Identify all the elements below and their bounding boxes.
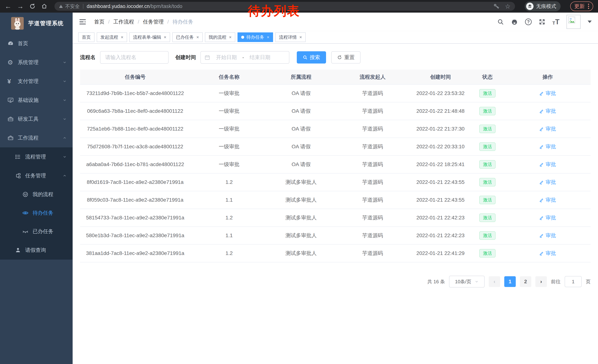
bookmark-star-icon[interactable]: ☆ — [505, 3, 511, 10]
process-name-input[interactable] — [100, 51, 169, 64]
close-icon[interactable]: × — [164, 35, 166, 40]
chevron-down-icon — [63, 117, 67, 121]
address-bar[interactable]: 不安全 dashboard.yudao.iocoder.cn /bpm/task… — [54, 2, 515, 11]
sidebar-item-system[interactable]: ⚙ 系统管理 — [0, 53, 73, 72]
approve-link[interactable]: 审批 — [539, 125, 556, 132]
app-title: 芋道管理系统 — [28, 20, 64, 27]
browser-update-button[interactable]: 更新 — [570, 1, 593, 11]
task-id-cell: 73211d9d-7b9b-11ec-b5b7-acde48001122 — [80, 84, 190, 102]
breadcrumb-separator: / — [138, 19, 139, 25]
table-header-row: 任务编号 任务名称 所属流程 流程发起人 创建时间 状态 操作 — [80, 70, 590, 84]
table-row: 58154733-7ac8-11ec-a9e2-a2380e71991a 1.2… — [80, 209, 590, 226]
page-size-select[interactable]: 10条/页 — [449, 276, 485, 288]
approve-link[interactable]: 审批 — [539, 143, 556, 150]
sidebar-item-workflow[interactable]: 工作流程 — [0, 129, 73, 147]
approve-link[interactable]: 审批 — [539, 232, 556, 239]
initiator-cell: 芋道源码 — [334, 226, 411, 244]
start-date-input[interactable] — [212, 54, 241, 60]
initiator-cell: 芋道源码 — [334, 102, 411, 120]
browser-menu-icon[interactable] — [588, 4, 589, 9]
approve-link[interactable]: 审批 — [539, 90, 556, 97]
created-cell: 2022-01-21 22:42:23 — [411, 226, 470, 244]
breadcrumb-home[interactable]: 首页 — [94, 18, 105, 25]
page-button-1[interactable]: 1 — [504, 276, 516, 287]
status-badge: 激活 — [479, 178, 496, 186]
approve-link[interactable]: 审批 — [539, 161, 556, 168]
browser-reload-icon[interactable] — [29, 3, 36, 9]
task-name-cell: 一级审批 — [190, 102, 268, 120]
search-icon[interactable] — [497, 18, 504, 25]
edit-pencil-icon — [539, 109, 544, 113]
breadcrumb-workflow[interactable]: 工作流程 — [113, 18, 134, 25]
avatar-dropdown-caret-icon[interactable] — [588, 21, 592, 23]
sidebar-item-home[interactable]: 首页 — [0, 34, 73, 53]
sidebar-item-payment[interactable]: ¥ 支付管理 — [0, 72, 73, 91]
browser-forward-icon[interactable]: → — [17, 3, 24, 10]
password-key-icon[interactable] — [493, 3, 499, 9]
sidebar-item-devtools[interactable]: 研发工具 — [0, 110, 73, 129]
close-icon[interactable]: × — [229, 35, 232, 40]
browser-back-icon[interactable]: ← — [5, 3, 11, 10]
column-initiator: 流程发起人 — [334, 70, 411, 84]
approve-link[interactable]: 审批 — [539, 108, 556, 115]
chevron-down-icon — [475, 280, 479, 284]
avatar[interactable] — [566, 15, 581, 29]
action-cell: 审批 — [505, 120, 590, 138]
reset-button[interactable]: 重置 — [331, 51, 360, 64]
close-icon[interactable]: × — [121, 35, 123, 40]
approve-link[interactable]: 审批 — [539, 196, 556, 203]
search-button[interactable]: 搜索 — [297, 51, 326, 64]
date-range-picker[interactable]: - — [200, 51, 289, 64]
sidebar-collapse-icon[interactable] — [79, 18, 86, 25]
monitor-icon — [8, 97, 16, 103]
tab-done-tasks[interactable]: 已办任务 × — [172, 32, 203, 42]
broken-image-icon — [568, 16, 576, 24]
approve-link[interactable]: 审批 — [539, 250, 556, 257]
app-logo[interactable]: 芋道管理系统 — [0, 13, 73, 34]
tab-todo-tasks[interactable]: 待办任务 × — [238, 32, 273, 42]
sidebar-item-label: 首页 — [18, 40, 28, 47]
approve-link[interactable]: 审批 — [539, 214, 556, 221]
approve-link[interactable]: 审批 — [539, 179, 556, 186]
close-icon[interactable]: × — [196, 35, 199, 40]
close-icon[interactable]: × — [299, 35, 302, 40]
task-name-cell: 1.2 — [190, 209, 268, 226]
sidebar-item-infrastructure[interactable]: 基础设施 — [0, 91, 73, 110]
column-actions: 操作 — [505, 70, 590, 84]
dashboard-icon — [8, 40, 16, 47]
tab-start-process[interactable]: 发起流程 × — [97, 32, 127, 42]
sidebar-item-process-management[interactable]: 流程管理 — [0, 147, 73, 166]
initiator-cell: 芋道源码 — [334, 84, 411, 102]
sidebar-item-label: 基础设施 — [18, 97, 39, 104]
breadcrumb-task-management[interactable]: 任务管理 — [143, 18, 164, 25]
fullscreen-icon[interactable] — [539, 18, 545, 25]
help-icon[interactable]: ? — [525, 18, 532, 25]
sidebar-item-my-process[interactable]: 我的流程 — [0, 185, 73, 204]
next-page-button[interactable]: › — [535, 276, 547, 287]
status-cell: 激活 — [470, 102, 505, 120]
end-date-input[interactable] — [245, 54, 275, 60]
tab-home[interactable]: 首页 — [78, 32, 94, 42]
tab-process-form-edit[interactable]: 流程表单-编辑 × — [129, 32, 170, 42]
browser-home-icon[interactable] — [41, 3, 47, 9]
tab-my-process[interactable]: 我的流程 × — [205, 32, 235, 42]
sidebar-item-todo-tasks[interactable]: 待办任务 — [0, 204, 73, 222]
toolbox-icon — [8, 116, 16, 122]
browser-toolbar: ← → 不安全 dashboard.yudao.iocoder.cn /bpm/… — [0, 0, 598, 13]
font-size-icon[interactable]: TT — [552, 18, 559, 25]
column-task-name: 任务名称 — [190, 70, 268, 84]
sidebar-item-done-tasks[interactable]: 已办任务 — [0, 222, 73, 241]
prev-page-button[interactable]: ‹ — [489, 276, 500, 287]
task-id-cell: 725a1eb6-7b88-11ec-8ef0-acde48001122 — [80, 120, 190, 138]
sidebar-item-task-management[interactable]: 任务管理 — [0, 166, 73, 185]
status-badge: 激活 — [479, 89, 496, 97]
tab-process-detail[interactable]: 流程详情 × — [275, 32, 306, 42]
url-path: /bpm/task/todo — [150, 4, 182, 9]
column-process: 所属流程 — [268, 70, 334, 84]
briefcase-icon — [8, 135, 16, 141]
close-icon[interactable]: × — [267, 35, 269, 40]
sidebar-item-leave-query[interactable]: 请假查询 — [0, 241, 73, 259]
goto-page-input[interactable] — [565, 276, 582, 287]
github-icon[interactable] — [511, 18, 518, 25]
page-button-2[interactable]: 2 — [520, 276, 531, 287]
